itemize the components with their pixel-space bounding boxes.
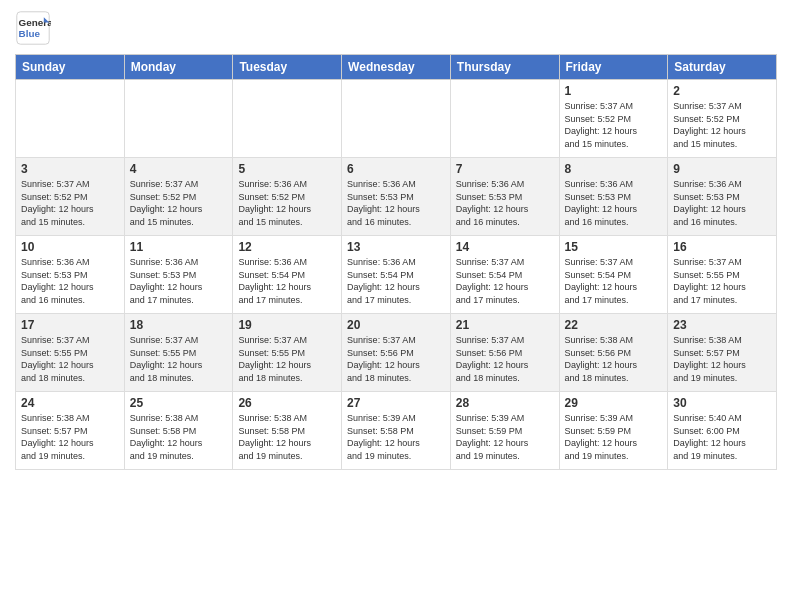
day-number: 28 — [456, 396, 554, 410]
calendar-header-wednesday: Wednesday — [342, 55, 451, 80]
calendar-cell: 14Sunrise: 5:37 AM Sunset: 5:54 PM Dayli… — [450, 236, 559, 314]
day-number: 16 — [673, 240, 771, 254]
day-info: Sunrise: 5:37 AM Sunset: 5:56 PM Dayligh… — [347, 334, 445, 384]
day-info: Sunrise: 5:39 AM Sunset: 5:58 PM Dayligh… — [347, 412, 445, 462]
day-number: 6 — [347, 162, 445, 176]
calendar-cell: 27Sunrise: 5:39 AM Sunset: 5:58 PM Dayli… — [342, 392, 451, 470]
calendar-cell: 7Sunrise: 5:36 AM Sunset: 5:53 PM Daylig… — [450, 158, 559, 236]
day-info: Sunrise: 5:38 AM Sunset: 5:57 PM Dayligh… — [673, 334, 771, 384]
day-info: Sunrise: 5:39 AM Sunset: 5:59 PM Dayligh… — [565, 412, 663, 462]
day-number: 2 — [673, 84, 771, 98]
calendar-cell: 20Sunrise: 5:37 AM Sunset: 5:56 PM Dayli… — [342, 314, 451, 392]
calendar-cell: 3Sunrise: 5:37 AM Sunset: 5:52 PM Daylig… — [16, 158, 125, 236]
day-number: 4 — [130, 162, 228, 176]
calendar-week-3: 10Sunrise: 5:36 AM Sunset: 5:53 PM Dayli… — [16, 236, 777, 314]
calendar-cell — [450, 80, 559, 158]
day-number: 7 — [456, 162, 554, 176]
calendar-cell: 18Sunrise: 5:37 AM Sunset: 5:55 PM Dayli… — [124, 314, 233, 392]
logo: General Blue — [15, 10, 55, 46]
calendar-cell: 26Sunrise: 5:38 AM Sunset: 5:58 PM Dayli… — [233, 392, 342, 470]
calendar-cell: 21Sunrise: 5:37 AM Sunset: 5:56 PM Dayli… — [450, 314, 559, 392]
calendar-cell: 19Sunrise: 5:37 AM Sunset: 5:55 PM Dayli… — [233, 314, 342, 392]
day-info: Sunrise: 5:37 AM Sunset: 5:54 PM Dayligh… — [456, 256, 554, 306]
calendar-cell — [16, 80, 125, 158]
day-number: 22 — [565, 318, 663, 332]
day-number: 5 — [238, 162, 336, 176]
calendar-cell: 25Sunrise: 5:38 AM Sunset: 5:58 PM Dayli… — [124, 392, 233, 470]
calendar-cell: 10Sunrise: 5:36 AM Sunset: 5:53 PM Dayli… — [16, 236, 125, 314]
day-number: 1 — [565, 84, 663, 98]
day-info: Sunrise: 5:37 AM Sunset: 5:52 PM Dayligh… — [565, 100, 663, 150]
day-info: Sunrise: 5:38 AM Sunset: 5:58 PM Dayligh… — [238, 412, 336, 462]
day-number: 14 — [456, 240, 554, 254]
day-number: 29 — [565, 396, 663, 410]
calendar-cell: 9Sunrise: 5:36 AM Sunset: 5:53 PM Daylig… — [668, 158, 777, 236]
header: General Blue — [15, 10, 777, 46]
day-number: 10 — [21, 240, 119, 254]
day-number: 3 — [21, 162, 119, 176]
calendar-header-saturday: Saturday — [668, 55, 777, 80]
calendar-cell: 5Sunrise: 5:36 AM Sunset: 5:52 PM Daylig… — [233, 158, 342, 236]
calendar-header-friday: Friday — [559, 55, 668, 80]
calendar-cell: 29Sunrise: 5:39 AM Sunset: 5:59 PM Dayli… — [559, 392, 668, 470]
day-info: Sunrise: 5:37 AM Sunset: 5:55 PM Dayligh… — [238, 334, 336, 384]
calendar-header-row: SundayMondayTuesdayWednesdayThursdayFrid… — [16, 55, 777, 80]
day-number: 11 — [130, 240, 228, 254]
calendar: SundayMondayTuesdayWednesdayThursdayFrid… — [15, 54, 777, 470]
day-info: Sunrise: 5:39 AM Sunset: 5:59 PM Dayligh… — [456, 412, 554, 462]
calendar-header-sunday: Sunday — [16, 55, 125, 80]
day-info: Sunrise: 5:36 AM Sunset: 5:53 PM Dayligh… — [130, 256, 228, 306]
day-number: 26 — [238, 396, 336, 410]
day-info: Sunrise: 5:37 AM Sunset: 5:55 PM Dayligh… — [673, 256, 771, 306]
day-number: 18 — [130, 318, 228, 332]
day-info: Sunrise: 5:36 AM Sunset: 5:53 PM Dayligh… — [456, 178, 554, 228]
day-number: 20 — [347, 318, 445, 332]
calendar-cell: 24Sunrise: 5:38 AM Sunset: 5:57 PM Dayli… — [16, 392, 125, 470]
calendar-cell: 28Sunrise: 5:39 AM Sunset: 5:59 PM Dayli… — [450, 392, 559, 470]
day-number: 23 — [673, 318, 771, 332]
calendar-cell: 12Sunrise: 5:36 AM Sunset: 5:54 PM Dayli… — [233, 236, 342, 314]
day-info: Sunrise: 5:36 AM Sunset: 5:54 PM Dayligh… — [238, 256, 336, 306]
day-number: 19 — [238, 318, 336, 332]
logo-icon: General Blue — [15, 10, 51, 46]
day-number: 21 — [456, 318, 554, 332]
calendar-cell: 11Sunrise: 5:36 AM Sunset: 5:53 PM Dayli… — [124, 236, 233, 314]
day-info: Sunrise: 5:37 AM Sunset: 5:52 PM Dayligh… — [130, 178, 228, 228]
day-number: 27 — [347, 396, 445, 410]
day-info: Sunrise: 5:37 AM Sunset: 5:55 PM Dayligh… — [130, 334, 228, 384]
svg-text:Blue: Blue — [19, 28, 41, 39]
calendar-cell: 30Sunrise: 5:40 AM Sunset: 6:00 PM Dayli… — [668, 392, 777, 470]
day-info: Sunrise: 5:38 AM Sunset: 5:56 PM Dayligh… — [565, 334, 663, 384]
calendar-cell: 15Sunrise: 5:37 AM Sunset: 5:54 PM Dayli… — [559, 236, 668, 314]
calendar-week-5: 24Sunrise: 5:38 AM Sunset: 5:57 PM Dayli… — [16, 392, 777, 470]
calendar-cell — [233, 80, 342, 158]
calendar-cell: 13Sunrise: 5:36 AM Sunset: 5:54 PM Dayli… — [342, 236, 451, 314]
day-info: Sunrise: 5:37 AM Sunset: 5:52 PM Dayligh… — [673, 100, 771, 150]
day-info: Sunrise: 5:36 AM Sunset: 5:53 PM Dayligh… — [21, 256, 119, 306]
day-info: Sunrise: 5:40 AM Sunset: 6:00 PM Dayligh… — [673, 412, 771, 462]
day-info: Sunrise: 5:36 AM Sunset: 5:53 PM Dayligh… — [673, 178, 771, 228]
day-info: Sunrise: 5:36 AM Sunset: 5:52 PM Dayligh… — [238, 178, 336, 228]
day-info: Sunrise: 5:38 AM Sunset: 5:57 PM Dayligh… — [21, 412, 119, 462]
day-info: Sunrise: 5:38 AM Sunset: 5:58 PM Dayligh… — [130, 412, 228, 462]
day-info: Sunrise: 5:37 AM Sunset: 5:56 PM Dayligh… — [456, 334, 554, 384]
calendar-cell — [124, 80, 233, 158]
calendar-cell: 16Sunrise: 5:37 AM Sunset: 5:55 PM Dayli… — [668, 236, 777, 314]
day-info: Sunrise: 5:36 AM Sunset: 5:53 PM Dayligh… — [565, 178, 663, 228]
day-info: Sunrise: 5:36 AM Sunset: 5:54 PM Dayligh… — [347, 256, 445, 306]
calendar-cell: 1Sunrise: 5:37 AM Sunset: 5:52 PM Daylig… — [559, 80, 668, 158]
day-number: 30 — [673, 396, 771, 410]
day-info: Sunrise: 5:36 AM Sunset: 5:53 PM Dayligh… — [347, 178, 445, 228]
day-number: 12 — [238, 240, 336, 254]
calendar-header-thursday: Thursday — [450, 55, 559, 80]
calendar-cell: 8Sunrise: 5:36 AM Sunset: 5:53 PM Daylig… — [559, 158, 668, 236]
calendar-cell: 23Sunrise: 5:38 AM Sunset: 5:57 PM Dayli… — [668, 314, 777, 392]
calendar-week-2: 3Sunrise: 5:37 AM Sunset: 5:52 PM Daylig… — [16, 158, 777, 236]
calendar-cell: 2Sunrise: 5:37 AM Sunset: 5:52 PM Daylig… — [668, 80, 777, 158]
calendar-cell: 17Sunrise: 5:37 AM Sunset: 5:55 PM Dayli… — [16, 314, 125, 392]
day-number: 25 — [130, 396, 228, 410]
calendar-week-1: 1Sunrise: 5:37 AM Sunset: 5:52 PM Daylig… — [16, 80, 777, 158]
calendar-cell: 4Sunrise: 5:37 AM Sunset: 5:52 PM Daylig… — [124, 158, 233, 236]
calendar-header-monday: Monday — [124, 55, 233, 80]
calendar-cell: 22Sunrise: 5:38 AM Sunset: 5:56 PM Dayli… — [559, 314, 668, 392]
